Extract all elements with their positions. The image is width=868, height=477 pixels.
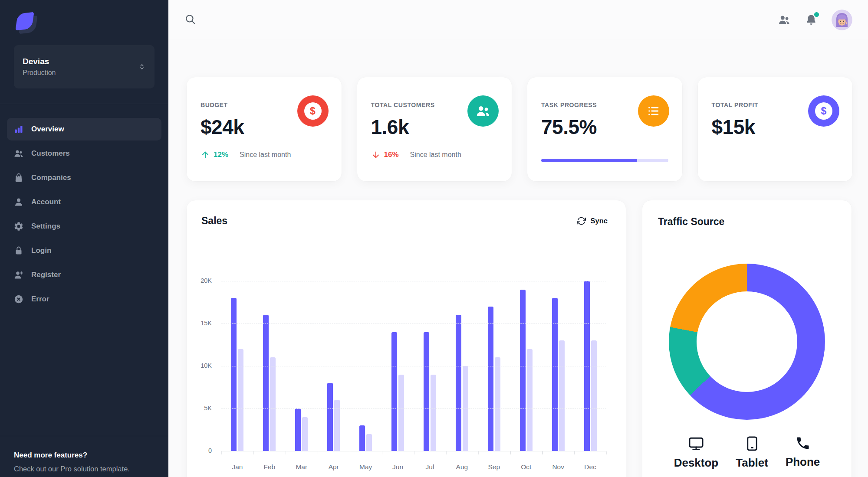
trend-value: 12% xyxy=(214,150,228,159)
x-circle-icon xyxy=(13,294,24,304)
devias-logo-icon[interactable] xyxy=(16,12,36,33)
axis-tick xyxy=(574,451,575,454)
bar-secondary xyxy=(398,375,404,451)
bar-primary xyxy=(552,298,558,451)
x-axis-label: Jun xyxy=(382,463,414,471)
x-axis-label: Jan xyxy=(221,463,253,471)
bar-primary xyxy=(231,298,237,451)
refresh-sync-icon xyxy=(577,216,586,225)
users-icon xyxy=(13,148,24,159)
bar-primary xyxy=(520,290,526,451)
phone-icon xyxy=(795,435,811,451)
header-actions xyxy=(778,10,852,30)
x-axis-label: Oct xyxy=(510,463,542,471)
axis-tick xyxy=(350,451,351,454)
x-axis-label: Apr xyxy=(318,463,350,471)
lock-icon xyxy=(13,245,24,256)
x-axis-label: Mar xyxy=(286,463,318,471)
bar-secondary xyxy=(302,417,308,451)
sidebar-footer-title: Need more features? xyxy=(14,451,87,460)
bar-primary xyxy=(456,315,461,451)
x-axis-label: May xyxy=(350,463,382,471)
y-axis-label: 20K xyxy=(201,277,212,284)
y-axis-label: 5K xyxy=(204,405,212,412)
contacts-users-icon[interactable] xyxy=(778,13,791,26)
sidebar-divider xyxy=(0,104,168,104)
sidebar-footer-divider xyxy=(0,436,168,436)
sidebar-item-label: Register xyxy=(31,271,61,279)
traffic-source-title: Traffic Source xyxy=(642,200,852,228)
gridline xyxy=(221,281,606,281)
gear-icon xyxy=(13,221,24,232)
shopping-bag-icon xyxy=(13,173,24,183)
search-icon[interactable] xyxy=(184,13,196,25)
bar-secondary xyxy=(591,340,597,451)
sales-plot xyxy=(221,281,606,451)
top-bar xyxy=(168,0,868,39)
axis-tick xyxy=(542,451,543,454)
sidebar-item-settings[interactable]: Settings xyxy=(7,215,161,238)
bar-primary xyxy=(295,408,301,451)
x-axis-label: Dec xyxy=(574,463,606,471)
sidebar-item-label: Error xyxy=(31,295,49,304)
trend-value: 16% xyxy=(384,150,399,159)
trend-down-icon xyxy=(371,150,381,160)
axis-tick xyxy=(478,451,479,454)
stats-row: BUDGET $24k $ 12% Since last month TOTAL… xyxy=(187,77,852,181)
sales-y-axis: 20K15K10K5K0 xyxy=(187,281,212,451)
sales-card-header: Sales Sync xyxy=(187,200,626,227)
sync-button[interactable]: Sync xyxy=(577,216,608,225)
budget-card: BUDGET $24k $ 12% Since last month xyxy=(187,77,342,181)
axis-tick xyxy=(221,451,222,454)
sidebar-item-companies[interactable]: Companies xyxy=(7,167,161,189)
task-progress-card: TASK PROGRESS 75.5% xyxy=(527,77,682,181)
avatar[interactable] xyxy=(832,10,852,30)
users-icon xyxy=(467,95,499,127)
total-customers-card: TOTAL CUSTOMERS 1.6k 16% Since last mont… xyxy=(357,77,512,181)
bar-secondary xyxy=(238,349,243,451)
y-axis-label: 15K xyxy=(201,320,212,327)
workspace-selector[interactable]: Devias Production xyxy=(14,45,155,88)
sidebar-item-login[interactable]: Login xyxy=(7,239,161,262)
sidebar-item-account[interactable]: Account xyxy=(7,191,161,213)
axis-tick xyxy=(446,451,447,454)
sales-x-axis: JanFebMarAprMayJunJulAugSepOctNovDec xyxy=(221,463,606,471)
trend-caption: Since last month xyxy=(410,151,461,159)
sidebar-footer-subtitle[interactable]: Check out our Pro solution template. xyxy=(14,465,130,473)
sidebar-item-customers[interactable]: Customers xyxy=(7,142,161,165)
legend-item-tablet: Tablet xyxy=(736,435,768,470)
sidebar-item-label: Settings xyxy=(31,222,60,231)
sales-chart-card: Sales Sync 20K15K10K5K0 JanFebMarAprMayJ… xyxy=(187,200,626,477)
y-axis-label: 0 xyxy=(208,447,212,454)
bar-secondary xyxy=(495,357,500,451)
axis-tick xyxy=(510,451,511,454)
axis-tick xyxy=(606,451,607,454)
dollar-glyph: $ xyxy=(821,105,827,117)
workspace-environment: Production xyxy=(23,69,138,77)
axis-tick xyxy=(414,451,415,454)
trend-row: 16% Since last month xyxy=(371,150,498,160)
sidebar-item-error[interactable]: Error xyxy=(7,288,161,310)
y-axis-label: 10K xyxy=(201,362,212,369)
sidebar-item-overview[interactable]: Overview xyxy=(7,118,161,140)
user-plus-icon xyxy=(13,270,24,280)
axis-tick xyxy=(318,451,319,454)
notification-dot xyxy=(814,12,819,17)
dollar-bubble: $ xyxy=(304,102,322,120)
dollar-bubble: $ xyxy=(815,102,832,120)
notifications-bell-icon[interactable] xyxy=(805,13,818,26)
sidebar-item-register[interactable]: Register xyxy=(7,264,161,286)
bar-secondary xyxy=(559,340,565,451)
legend-item-desktop: Desktop xyxy=(674,435,719,470)
bar-primary xyxy=(488,307,493,451)
axis-tick xyxy=(253,451,254,454)
bar-secondary xyxy=(334,400,340,451)
x-axis-label: Sep xyxy=(478,463,510,471)
sidebar-item-label: Companies xyxy=(31,173,71,182)
trend-row: 12% Since last month xyxy=(201,150,328,160)
bar-secondary xyxy=(527,349,533,451)
x-axis-label: Aug xyxy=(446,463,478,471)
legend-label: Phone xyxy=(786,455,820,469)
sync-label: Sync xyxy=(591,217,608,225)
bar-secondary xyxy=(270,357,276,451)
